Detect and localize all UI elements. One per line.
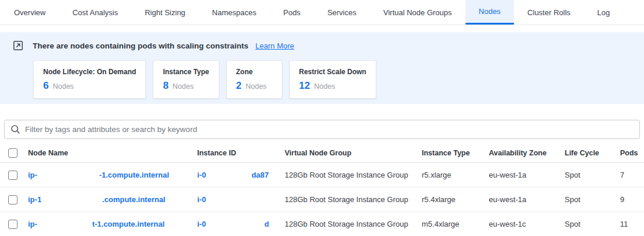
scaling-constraints-banner: There are nodes containing pods with sca… [0,32,644,104]
tab-bar: Overview Cost Analysis Right Sizing Name… [0,0,644,25]
tab-namespaces[interactable]: Namespaces [199,0,270,25]
table-header-row: Node Name Instance ID Virtual Node Group… [0,144,644,163]
card-unit: Nodes [52,82,74,91]
nodes-table: Node Name Instance ID Virtual Node Group… [0,144,644,236]
column-header-node-name: Node Name [28,144,197,162]
column-header-availability-zone: Availability Zone [489,144,565,162]
banner-message: There are nodes containing pods with sca… [33,41,249,50]
card-count: 8 [163,80,168,92]
instance-type-cell: r5.xlarge [422,163,489,187]
availability-zone-cell: eu-west-1c [489,212,565,236]
tab-right-sizing[interactable]: Right Sizing [131,0,198,25]
redacted-text [37,212,92,236]
filter-bar [4,120,640,139]
card-unit: Nodes [314,82,335,91]
table-row[interactable]: ip- t-1.compute.internal i-0 d 128Gb Roo… [0,212,644,236]
life-cycle-cell: Spot [565,163,620,187]
constraint-card-restrict-scale-down[interactable]: Restrict Scale Down 12 Nodes [289,60,376,99]
tab-nodes[interactable]: Nodes [466,0,514,25]
virtual-node-group-cell: 128Gb Root Storage Instance Group [285,188,422,211]
card-unit: Nodes [173,82,194,91]
learn-more-link[interactable]: Learn More [256,41,294,50]
availability-zone-cell: eu-west-1a [489,163,565,187]
redacted-text [206,212,264,236]
scale-up-icon [13,40,23,51]
select-all-checkbox[interactable] [8,148,18,158]
availability-zone-cell: eu-west-1a [489,188,565,211]
table-row[interactable]: ip- -1.compute.internal i-0 da87 128Gb R… [0,163,644,188]
card-title: Instance Type [163,68,209,76]
card-count: 12 [299,80,310,92]
search-icon [10,124,20,134]
row-checkbox[interactable] [8,195,18,204]
constraint-card-node-lifecycle[interactable]: Node Lifecycle: On Demand 6 Nodes [33,60,146,99]
tab-overview[interactable]: Overview [1,0,59,25]
column-header-pods: Pods [620,144,644,162]
virtual-node-group-cell: 128Gb Root Storage Instance Group [285,163,422,187]
node-name-link[interactable]: ip-1 [28,195,41,204]
tab-virtual-node-groups[interactable]: Virtual Node Groups [370,0,466,25]
redacted-text [41,188,102,211]
tab-cost-analysis[interactable]: Cost Analysis [59,0,131,25]
redacted-text [37,163,99,187]
node-name-link[interactable]: .compute.internal [102,195,165,204]
instance-id-link[interactable]: d [264,220,269,228]
life-cycle-cell: Spot [565,188,620,211]
node-name-link[interactable]: t-1.compute.internal [92,220,164,228]
node-name-link[interactable]: -1.compute.internal [99,171,169,179]
node-name-link[interactable]: ip- [28,220,37,228]
column-header-virtual-node-group: Virtual Node Group [285,144,422,162]
column-header-life-cycle: Life Cycle [565,144,620,162]
column-header-instance-id: Instance ID [197,144,285,162]
row-checkbox[interactable] [8,171,18,180]
virtual-node-group-cell: 128Gb Root Storage Instance Group [285,212,422,236]
card-title: Restrict Scale Down [299,68,366,76]
card-unit: Nodes [246,82,267,91]
instance-id-link[interactable]: i-0 [197,171,206,179]
table-row[interactable]: ip-1 .compute.internal i-0 128Gb Root St… [0,188,644,212]
card-title: Node Lifecycle: On Demand [43,68,136,76]
tab-log[interactable]: Log [584,0,624,25]
instance-id-link[interactable]: da87 [251,171,269,179]
instance-id-link[interactable]: i-0 [197,220,206,228]
card-count: 6 [43,80,48,92]
redacted-text [206,188,264,211]
card-title: Zone [236,68,272,76]
tab-pods[interactable]: Pods [270,0,314,25]
row-checkbox[interactable] [8,220,18,229]
pods-count-cell: 7 [620,163,644,187]
constraint-card-instance-type[interactable]: Instance Type 8 Nodes [153,60,219,99]
pods-count-cell: 11 [620,212,644,236]
card-count: 2 [236,80,242,92]
tab-services[interactable]: Services [314,0,370,25]
column-header-instance-type: Instance Type [422,144,489,162]
life-cycle-cell: Spot [565,212,620,236]
instance-type-cell: r5.4xlarge [422,188,489,211]
filter-input[interactable] [25,125,634,134]
tab-cluster-rolls[interactable]: Cluster Rolls [514,0,584,25]
node-name-link[interactable]: ip- [28,171,37,179]
redacted-text [206,163,251,187]
constraint-card-zone[interactable]: Zone 2 Nodes [226,60,282,99]
instance-type-cell: m5.4xlarge [422,212,489,236]
pods-count-cell: 9 [620,188,644,211]
constraint-cards: Node Lifecycle: On Demand 6 Nodes Instan… [33,60,644,99]
instance-id-link[interactable]: i-0 [197,195,206,204]
